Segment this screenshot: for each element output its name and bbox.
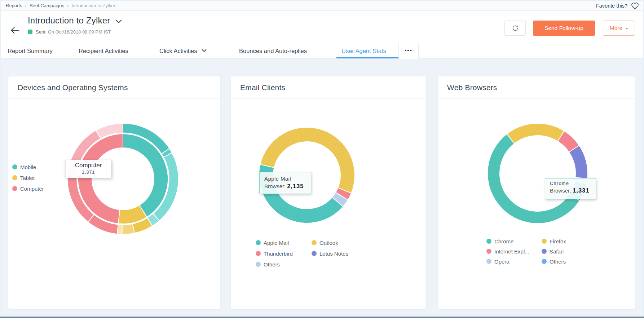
- legend-item-firefox[interactable]: Firefox: [542, 236, 566, 246]
- legend-item-opera[interactable]: Opera: [486, 256, 542, 266]
- window-frame-left: [0, 0, 1, 318]
- legend-item-internet-expl[interactable]: Internet Expl...: [486, 246, 542, 256]
- tab-user-agent-stats[interactable]: User Agent Stats: [341, 43, 386, 58]
- email-clients-card: Email Clients Apple Mail Browser:2,135 A…: [230, 76, 427, 309]
- tab-overflow-ellipsis[interactable]: •••: [398, 43, 419, 59]
- breadcrumb-separator: ›: [67, 3, 69, 8]
- legend-label: Others: [264, 261, 280, 268]
- active-tab-underline: [336, 57, 399, 58]
- card-title: Web Browsers: [447, 83, 497, 92]
- chart-tooltip: Computer 1,371: [65, 160, 111, 178]
- chart-tooltip: Apple Mail Browser:2,135: [259, 172, 311, 194]
- chevron-down-icon: [115, 19, 122, 23]
- breadcrumb: Reports › Sent Campaigns › Introduction …: [0, 0, 644, 11]
- legend-column: MobileTabletComputer: [12, 162, 44, 194]
- tab-bounces-and-auto-replies[interactable]: Bounces and Auto-replies: [239, 43, 307, 58]
- tab-click-activities[interactable]: Click Activities: [159, 43, 207, 58]
- window-frame-bottom: [0, 317, 644, 318]
- web-browsers-donut-chart[interactable]: [485, 121, 590, 226]
- devices-donut-chart[interactable]: [65, 121, 181, 237]
- tooltip-value: 1,371: [66, 169, 111, 175]
- donut-segment-safari[interactable]: [569, 145, 588, 178]
- legend-label: Others: [550, 259, 566, 265]
- breadcrumb-separator: ›: [25, 3, 27, 8]
- legend-item-safari[interactable]: Safari: [542, 246, 566, 256]
- user-agent-stats-content: Devices and Operating Systems MobileTabl…: [0, 59, 644, 317]
- legend-dot-icon: [542, 259, 547, 264]
- tab-click-activities-label: Click Activities: [159, 48, 197, 54]
- legend-dot-icon: [12, 186, 17, 191]
- back-arrow-icon: [10, 26, 20, 34]
- devices-and-os-card: Devices and Operating Systems MobileTabl…: [8, 76, 221, 309]
- tab-report-summary[interactable]: Report Summary: [8, 43, 53, 58]
- back-button[interactable]: [9, 24, 21, 36]
- card-header: Web Browsers: [438, 76, 635, 99]
- donut-segment-firefox[interactable]: [507, 123, 564, 143]
- chevron-down-icon: [202, 49, 207, 52]
- card-title: Email Clients: [240, 83, 285, 92]
- legend-item-outlook[interactable]: Outlook: [312, 237, 348, 248]
- tooltip-prefix: Browser:: [264, 183, 286, 189]
- campaign-status: Sent On Oct/16/2018 08:09 PM IST: [28, 29, 111, 35]
- legend-label: Firefox: [550, 238, 566, 244]
- legend-dot-icon: [256, 251, 261, 256]
- tooltip-value: 1,331: [573, 187, 589, 194]
- legend-item-others[interactable]: Others: [256, 259, 312, 270]
- sent-status-icon: [28, 30, 32, 34]
- legend-dot-icon: [312, 251, 317, 256]
- devices-legend: MobileTabletComputer: [12, 162, 44, 194]
- campaign-title-dropdown[interactable]: Introduction to Zylker: [28, 16, 122, 26]
- legend-item-computer[interactable]: Computer: [12, 183, 44, 194]
- legend-dot-icon: [542, 239, 547, 244]
- legend-label: Opera: [494, 259, 510, 265]
- legend-label: Computer: [20, 186, 44, 192]
- legend-label: Tablet: [20, 175, 35, 181]
- legend-item-tablet[interactable]: Tablet: [12, 172, 44, 183]
- legend-item-mobile[interactable]: Mobile: [12, 162, 44, 172]
- legend-dot-icon: [486, 239, 491, 244]
- status-label: Sent: [36, 29, 45, 35]
- legend-label: Chrome: [494, 238, 513, 244]
- more-button-label: More: [610, 25, 622, 31]
- breadcrumb-item-current-campaign: Introduction to Zylker: [71, 3, 115, 8]
- legend-dot-icon: [542, 249, 547, 254]
- breadcrumb-item-reports[interactable]: Reports: [6, 3, 22, 8]
- campaign-report-page: Reports › Sent Campaigns › Introduction …: [0, 0, 644, 318]
- legend-item-lotus-notes[interactable]: Lotus Notes: [312, 248, 348, 259]
- tooltip-label: Apple Mail: [264, 176, 306, 182]
- favorite-heart-icon[interactable]: [631, 2, 639, 9]
- favorite-this-label: Favorite this?: [596, 3, 627, 9]
- card-header: Devices and Operating Systems: [8, 76, 220, 99]
- legend-item-thunderbird[interactable]: Thunderbird: [256, 248, 312, 259]
- legend-dot-icon: [312, 240, 317, 245]
- legend-label: Safari: [550, 248, 564, 255]
- window-frame-top: [0, 0, 644, 1]
- refresh-icon: [512, 25, 519, 32]
- legend-item-chrome[interactable]: Chrome: [486, 236, 542, 246]
- donut-segment-tablet-sub-2[interactable]: [122, 224, 134, 234]
- more-button[interactable]: More: [603, 21, 635, 36]
- report-tabbar: Report Summary Recipient Activities Clic…: [0, 43, 644, 59]
- legend-label: Apple Mail: [264, 240, 289, 246]
- legend-label: Internet Expl...: [494, 248, 529, 255]
- breadcrumb-item-sent-campaigns[interactable]: Sent Campaigns: [30, 3, 64, 8]
- legend-item-apple-mail[interactable]: Apple Mail: [256, 237, 312, 248]
- legend-dot-icon: [256, 240, 261, 245]
- refresh-button[interactable]: [504, 21, 526, 36]
- legend-label: Outlook: [319, 240, 338, 246]
- legend-column: Apple MailThunderbirdOthers: [256, 237, 312, 270]
- legend-column: ChromeInternet Expl...Opera: [486, 236, 542, 266]
- legend-label: Thunderbird: [264, 251, 293, 257]
- tab-recipient-activities[interactable]: Recipient Activities: [79, 43, 128, 58]
- web-browsers-card: Web Browsers Chrome Browser:1,331 Chrome…: [437, 76, 635, 309]
- card-title: Devices and Operating Systems: [18, 83, 128, 92]
- send-follow-up-button[interactable]: Send Follow-up: [533, 21, 595, 36]
- page-title: Introduction to Zylker: [28, 16, 110, 26]
- caret-down-icon: [625, 28, 628, 30]
- sent-date: On Oct/16/2018 08:09 PM IST: [48, 29, 111, 35]
- legend-item-others[interactable]: Others: [542, 256, 566, 266]
- tooltip-label: Chrome: [550, 181, 591, 186]
- report-header: Introduction to Zylker Sent On Oct/16/20…: [0, 11, 644, 43]
- legend-dot-icon: [486, 249, 491, 254]
- tooltip-value: 2,135: [287, 183, 304, 189]
